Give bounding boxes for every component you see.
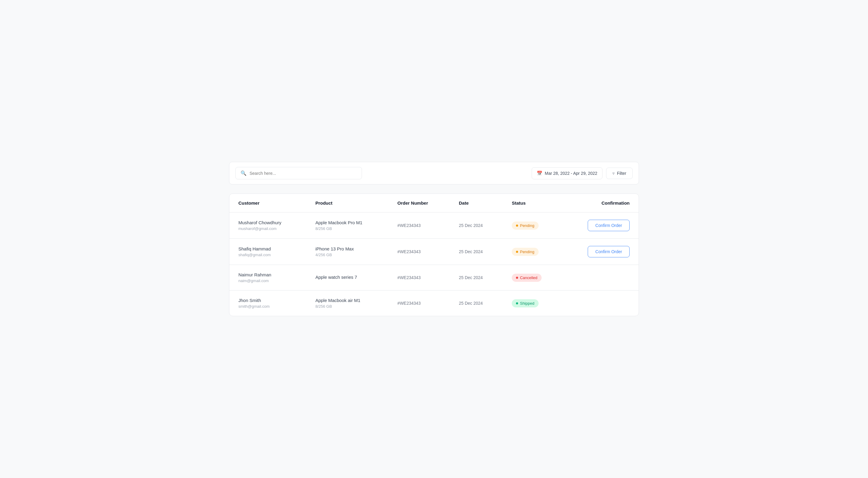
th-order-number: Order Number bbox=[389, 194, 450, 213]
page-wrapper: 🔍 📅 Mar 28, 2022 - Apr 29, 2022 ▿ Filter… bbox=[223, 150, 645, 328]
td-order-number: #WE234343 bbox=[389, 290, 450, 316]
td-product: Apple watch series 7 bbox=[306, 265, 388, 290]
th-status: Status bbox=[503, 194, 563, 213]
product-spec: 8/256 GB bbox=[315, 226, 379, 231]
product-name: Apple watch series 7 bbox=[315, 275, 379, 280]
confirm-order-button-2[interactable]: Confirm Order bbox=[588, 246, 629, 257]
status-badge: Shipped bbox=[512, 299, 538, 308]
product-name: iPhone 13 Pro Max bbox=[315, 246, 379, 251]
customer-name: Musharof Chowdhury bbox=[239, 220, 297, 225]
status-badge: Pending bbox=[512, 222, 538, 230]
td-order-number: #WE234343 bbox=[389, 265, 450, 290]
filter-label: Filter bbox=[617, 171, 626, 176]
td-product: iPhone 13 Pro Max 4/256 GB bbox=[306, 239, 388, 265]
customer-email: naim@gmail.com bbox=[239, 279, 297, 283]
td-product: Apple Macbook air M1 8/256 GB bbox=[306, 290, 388, 316]
status-dot bbox=[516, 251, 518, 253]
td-date: 25 Dec 2024 bbox=[450, 265, 503, 290]
td-customer: Musharof Chowdhury musharof@gmail.com bbox=[229, 213, 306, 239]
td-status: Pending bbox=[503, 213, 563, 239]
product-spec: 8/256 GB bbox=[315, 304, 379, 309]
table-row: Naimur Rahman naim@gmail.com Apple watch… bbox=[229, 265, 639, 290]
td-confirmation bbox=[563, 265, 639, 290]
th-confirmation: Confirmation bbox=[563, 194, 639, 213]
th-date: Date bbox=[450, 194, 503, 213]
top-right-controls: 📅 Mar 28, 2022 - Apr 29, 2022 ▿ Filter bbox=[532, 167, 632, 179]
orders-table-container: Customer Product Order Number Date Statu… bbox=[229, 193, 639, 316]
date-range-picker[interactable]: 📅 Mar 28, 2022 - Apr 29, 2022 bbox=[532, 167, 602, 179]
status-dot bbox=[516, 277, 518, 279]
product-name: Apple Macbook air M1 bbox=[315, 298, 379, 303]
td-status: Pending bbox=[503, 239, 563, 265]
td-status: Cancelled bbox=[503, 265, 563, 290]
td-confirmation: Confirm Order bbox=[563, 213, 639, 239]
status-dot bbox=[516, 225, 518, 227]
th-product: Product bbox=[306, 194, 388, 213]
td-customer: Shafiq Hammad shafiq@gmail.com bbox=[229, 239, 306, 265]
product-spec: 4/256 GB bbox=[315, 253, 379, 257]
th-customer: Customer bbox=[229, 194, 306, 213]
calendar-icon: 📅 bbox=[537, 170, 542, 176]
filter-icon: ▿ bbox=[613, 171, 615, 176]
status-label: Cancelled bbox=[520, 276, 537, 280]
orders-table: Customer Product Order Number Date Statu… bbox=[229, 194, 639, 316]
table-row: Jhon Smith smith@gmail.com Apple Macbook… bbox=[229, 290, 639, 316]
status-badge: Pending bbox=[512, 248, 538, 256]
td-order-number: #WE234343 bbox=[389, 213, 450, 239]
status-badge: Cancelled bbox=[512, 274, 541, 282]
status-dot bbox=[516, 302, 518, 305]
td-date: 25 Dec 2024 bbox=[450, 239, 503, 265]
td-date: 25 Dec 2024 bbox=[450, 213, 503, 239]
td-date: 25 Dec 2024 bbox=[450, 290, 503, 316]
status-label: Pending bbox=[520, 223, 534, 228]
td-customer: Jhon Smith smith@gmail.com bbox=[229, 290, 306, 316]
status-label: Pending bbox=[520, 250, 534, 254]
customer-email: musharof@gmail.com bbox=[239, 226, 297, 231]
search-box[interactable]: 🔍 bbox=[236, 167, 362, 179]
td-confirmation: Confirm Order bbox=[563, 239, 639, 265]
customer-email: smith@gmail.com bbox=[239, 304, 297, 309]
status-label: Shipped bbox=[520, 301, 534, 306]
customer-name: Naimur Rahman bbox=[239, 272, 297, 277]
table-row: Musharof Chowdhury musharof@gmail.com Ap… bbox=[229, 213, 639, 239]
date-range-label: Mar 28, 2022 - Apr 29, 2022 bbox=[545, 171, 597, 176]
td-product: Apple Macbook Pro M1 8/256 GB bbox=[306, 213, 388, 239]
table-header-row: Customer Product Order Number Date Statu… bbox=[229, 194, 639, 213]
td-status: Shipped bbox=[503, 290, 563, 316]
customer-name: Shafiq Hammad bbox=[239, 246, 297, 251]
search-icon: 🔍 bbox=[241, 170, 247, 176]
product-name: Apple Macbook Pro M1 bbox=[315, 220, 379, 225]
top-bar: 🔍 📅 Mar 28, 2022 - Apr 29, 2022 ▿ Filter bbox=[229, 162, 639, 185]
td-order-number: #WE234343 bbox=[389, 239, 450, 265]
customer-name: Jhon Smith bbox=[239, 298, 297, 303]
table-row: Shafiq Hammad shafiq@gmail.com iPhone 13… bbox=[229, 239, 639, 265]
confirm-order-button-1[interactable]: Confirm Order bbox=[588, 220, 629, 231]
td-customer: Naimur Rahman naim@gmail.com bbox=[229, 265, 306, 290]
customer-email: shafiq@gmail.com bbox=[239, 253, 297, 257]
filter-button[interactable]: ▿ Filter bbox=[606, 167, 632, 179]
table-body: Musharof Chowdhury musharof@gmail.com Ap… bbox=[229, 213, 639, 316]
td-confirmation bbox=[563, 290, 639, 316]
search-input[interactable] bbox=[250, 171, 357, 176]
